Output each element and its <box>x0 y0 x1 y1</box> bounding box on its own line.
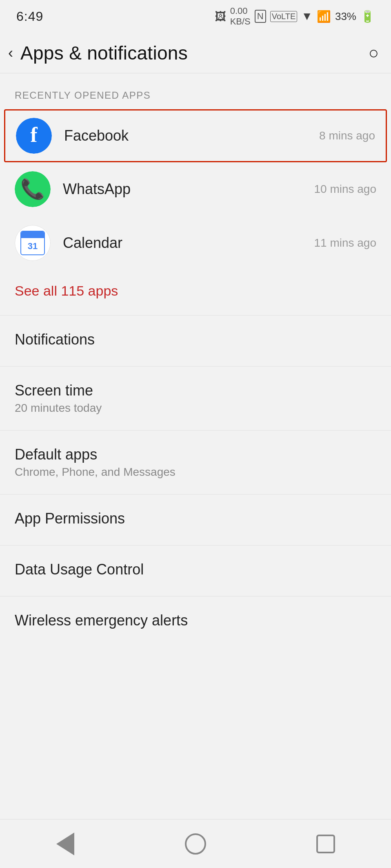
volte-icon: VoLTE <box>270 11 298 22</box>
search-icon[interactable]: ○ <box>369 43 379 63</box>
see-all-label: See all 115 apps <box>15 283 118 298</box>
list-item-whatsapp[interactable]: 📞 WhatsApp 10 mins ago <box>0 162 391 216</box>
menu-item-emergency-alerts[interactable]: Wireless emergency alerts <box>0 596 391 647</box>
nfc-icon: N <box>255 10 266 23</box>
calendar-icon-wrap: 31 <box>15 225 51 261</box>
page-title: Apps & notifications <box>20 42 188 64</box>
header-left: ‹ Apps & notifications <box>8 42 188 64</box>
menu-item-notifications[interactable]: Notifications <box>0 315 391 366</box>
status-bar: 6:49 🖼 0.00KB/S N VoLTE ▼ 📶 33% 🔋 <box>0 0 391 33</box>
facebook-app-time: 8 mins ago <box>319 129 375 142</box>
calendar-date: 31 <box>21 238 44 254</box>
recent-square-icon <box>316 835 335 853</box>
list-item-facebook[interactable]: f Facebook 8 mins ago <box>4 109 387 162</box>
calendar-app-time: 11 mins ago <box>314 236 376 250</box>
bottom-nav <box>0 819 391 868</box>
menu-item-screen-time-subtitle: 20 minutes today <box>15 402 376 415</box>
calendar-inner: 31 <box>20 231 45 255</box>
menu-item-app-permissions[interactable]: App Permissions <box>0 494 391 545</box>
calendar-app-name: Calendar <box>63 234 314 252</box>
nav-home-button[interactable] <box>179 828 212 860</box>
main-content: RECENTLY OPENED APPS f Facebook 8 mins a… <box>0 73 391 819</box>
home-circle-icon <box>185 833 206 855</box>
battery-icon: 🔋 <box>360 10 375 23</box>
menu-item-default-apps-title: Default apps <box>15 446 376 463</box>
see-all-button[interactable]: See all 115 apps <box>0 270 391 315</box>
wifi-icon: ▼ <box>301 10 313 23</box>
facebook-app-name: Facebook <box>64 127 319 144</box>
menu-item-emergency-alerts-title: Wireless emergency alerts <box>15 612 376 629</box>
facebook-f-letter: f <box>30 124 37 147</box>
battery-label: 33% <box>335 10 356 23</box>
back-triangle-icon <box>56 833 74 855</box>
menu-item-default-apps-subtitle: Chrome, Phone, and Messages <box>15 466 376 479</box>
header: ‹ Apps & notifications ○ <box>0 33 391 73</box>
facebook-icon-wrap: f <box>16 118 52 154</box>
facebook-icon: f <box>16 118 52 154</box>
status-icons: 🖼 0.00KB/S N VoLTE ▼ 📶 33% 🔋 <box>215 6 375 27</box>
whatsapp-icon-wrap: 📞 <box>15 171 51 207</box>
menu-item-notifications-title: Notifications <box>15 331 376 348</box>
whatsapp-icon: 📞 <box>15 171 51 207</box>
menu-item-screen-time[interactable]: Screen time 20 minutes today <box>0 366 391 430</box>
list-item-calendar[interactable]: 31 Calendar 11 mins ago <box>0 216 391 270</box>
whatsapp-app-time: 10 mins ago <box>314 183 376 196</box>
signal-icon: 📶 <box>317 10 331 23</box>
data-speed-label: 0.00KB/S <box>230 6 251 27</box>
menu-item-data-usage[interactable]: Data Usage Control <box>0 545 391 596</box>
menu-item-default-apps[interactable]: Default apps Chrome, Phone, and Messages <box>0 430 391 494</box>
calendar-header-bar <box>21 232 44 238</box>
menu-item-data-usage-title: Data Usage Control <box>15 561 376 578</box>
photo-icon: 🖼 <box>215 10 226 23</box>
menu-item-app-permissions-title: App Permissions <box>15 510 376 527</box>
status-time: 6:49 <box>16 9 43 24</box>
nav-back-button[interactable] <box>49 828 82 860</box>
back-button[interactable]: ‹ <box>8 46 13 60</box>
whatsapp-phone-icon: 📞 <box>20 179 45 199</box>
whatsapp-app-name: WhatsApp <box>63 181 314 198</box>
recently-opened-label: RECENTLY OPENED APPS <box>0 73 391 109</box>
calendar-icon: 31 <box>15 225 51 261</box>
menu-item-screen-time-title: Screen time <box>15 382 376 399</box>
nav-recent-button[interactable] <box>309 828 342 860</box>
